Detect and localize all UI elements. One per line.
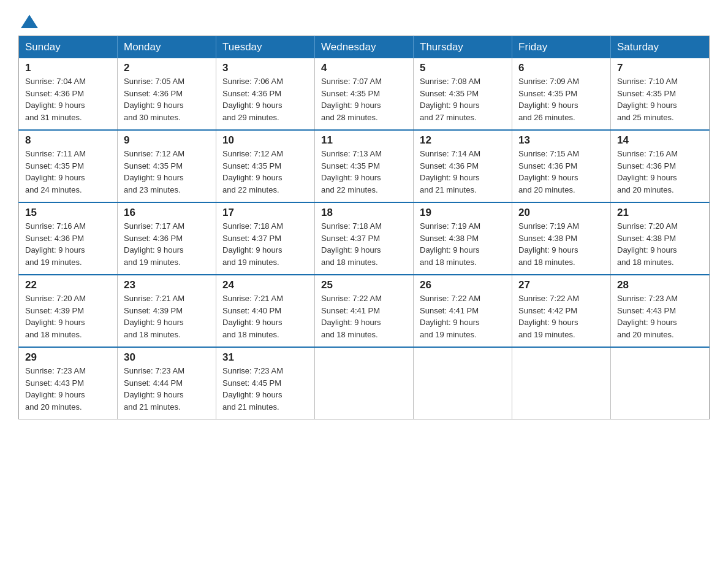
day-number: 10 [222, 134, 308, 147]
day-info: Sunrise: 7:12 AMSunset: 4:35 PMDaylight:… [222, 149, 283, 194]
calendar-cell: 2 Sunrise: 7:05 AMSunset: 4:36 PMDayligh… [118, 58, 216, 130]
day-number: 3 [222, 62, 308, 74]
day-number: 7 [617, 62, 703, 74]
day-info: Sunrise: 7:18 AMSunset: 4:37 PMDaylight:… [222, 221, 283, 267]
day-info: Sunrise: 7:20 AMSunset: 4:38 PMDaylight:… [617, 221, 678, 267]
day-info: Sunrise: 7:21 AMSunset: 4:39 PMDaylight:… [124, 294, 184, 339]
calendar-cell: 8 Sunrise: 7:11 AMSunset: 4:35 PMDayligh… [19, 130, 118, 202]
day-number: 25 [321, 279, 407, 291]
calendar-cell: 3 Sunrise: 7:06 AMSunset: 4:36 PMDayligh… [216, 58, 315, 130]
calendar-cell: 30 Sunrise: 7:23 AMSunset: 4:44 PMDaylig… [118, 347, 216, 419]
week-row-4: 22 Sunrise: 7:20 AMSunset: 4:39 PMDaylig… [19, 275, 710, 347]
day-number: 1 [25, 62, 111, 74]
weekday-header-friday: Friday [512, 36, 611, 59]
day-number: 5 [420, 62, 506, 74]
calendar-cell: 15 Sunrise: 7:16 AMSunset: 4:36 PMDaylig… [19, 202, 118, 275]
week-row-1: 1 Sunrise: 7:04 AMSunset: 4:36 PMDayligh… [19, 58, 710, 130]
calendar-cell: 20 Sunrise: 7:19 AMSunset: 4:38 PMDaylig… [512, 202, 611, 275]
day-number: 29 [25, 351, 111, 364]
day-info: Sunrise: 7:23 AMSunset: 4:44 PMDaylight:… [124, 366, 184, 412]
calendar-cell: 25 Sunrise: 7:22 AMSunset: 4:41 PMDaylig… [315, 275, 414, 347]
calendar-cell [315, 347, 414, 419]
weekday-header-saturday: Saturday [611, 36, 710, 59]
day-info: Sunrise: 7:23 AMSunset: 4:43 PMDaylight:… [617, 294, 678, 339]
day-number: 30 [124, 351, 210, 364]
calendar-cell: 26 Sunrise: 7:22 AMSunset: 4:41 PMDaylig… [414, 275, 512, 347]
calendar-cell [611, 347, 710, 419]
day-number: 31 [222, 351, 308, 364]
day-number: 26 [420, 279, 506, 291]
day-info: Sunrise: 7:05 AMSunset: 4:36 PMDaylight:… [124, 77, 184, 122]
calendar-cell: 10 Sunrise: 7:12 AMSunset: 4:35 PMDaylig… [216, 130, 315, 202]
calendar-cell: 24 Sunrise: 7:21 AMSunset: 4:40 PMDaylig… [216, 275, 315, 347]
day-info: Sunrise: 7:15 AMSunset: 4:36 PMDaylight:… [518, 149, 579, 194]
day-number: 22 [25, 279, 111, 291]
day-info: Sunrise: 7:22 AMSunset: 4:42 PMDaylight:… [518, 294, 579, 339]
week-row-2: 8 Sunrise: 7:11 AMSunset: 4:35 PMDayligh… [19, 130, 710, 202]
day-info: Sunrise: 7:14 AMSunset: 4:36 PMDaylight:… [420, 149, 480, 194]
day-info: Sunrise: 7:12 AMSunset: 4:35 PMDaylight:… [124, 149, 184, 194]
day-number: 13 [518, 134, 604, 147]
logo-triangle-icon [21, 15, 38, 28]
day-number: 21 [617, 207, 703, 219]
calendar-cell: 11 Sunrise: 7:13 AMSunset: 4:35 PMDaylig… [315, 130, 414, 202]
calendar-cell: 12 Sunrise: 7:14 AMSunset: 4:36 PMDaylig… [414, 130, 512, 202]
day-info: Sunrise: 7:09 AMSunset: 4:35 PMDaylight:… [518, 77, 579, 122]
calendar-cell: 27 Sunrise: 7:22 AMSunset: 4:42 PMDaylig… [512, 275, 611, 347]
day-number: 15 [25, 207, 111, 219]
day-info: Sunrise: 7:20 AMSunset: 4:39 PMDaylight:… [25, 294, 86, 339]
weekday-header-tuesday: Tuesday [216, 36, 315, 59]
day-info: Sunrise: 7:23 AMSunset: 4:43 PMDaylight:… [25, 366, 86, 412]
day-number: 20 [518, 207, 604, 219]
day-info: Sunrise: 7:18 AMSunset: 4:37 PMDaylight:… [321, 221, 382, 267]
day-info: Sunrise: 7:16 AMSunset: 4:36 PMDaylight:… [617, 149, 678, 194]
day-number: 9 [124, 134, 210, 147]
weekday-header-thursday: Thursday [414, 36, 512, 59]
page-header [18, 12, 710, 26]
day-info: Sunrise: 7:07 AMSunset: 4:35 PMDaylight:… [321, 77, 382, 122]
calendar-cell: 18 Sunrise: 7:18 AMSunset: 4:37 PMDaylig… [315, 202, 414, 275]
day-number: 28 [617, 279, 703, 291]
day-number: 24 [222, 279, 308, 291]
day-info: Sunrise: 7:11 AMSunset: 4:35 PMDaylight:… [25, 149, 86, 194]
week-row-3: 15 Sunrise: 7:16 AMSunset: 4:36 PMDaylig… [19, 202, 710, 275]
day-number: 12 [420, 134, 506, 147]
calendar-cell [512, 347, 611, 419]
day-number: 14 [617, 134, 703, 147]
calendar-cell: 6 Sunrise: 7:09 AMSunset: 4:35 PMDayligh… [512, 58, 611, 130]
day-number: 4 [321, 62, 407, 74]
calendar-cell: 14 Sunrise: 7:16 AMSunset: 4:36 PMDaylig… [611, 130, 710, 202]
day-info: Sunrise: 7:13 AMSunset: 4:35 PMDaylight:… [321, 149, 382, 194]
day-number: 27 [518, 279, 604, 291]
day-number: 19 [420, 207, 506, 219]
day-info: Sunrise: 7:19 AMSunset: 4:38 PMDaylight:… [420, 221, 480, 267]
day-info: Sunrise: 7:10 AMSunset: 4:35 PMDaylight:… [617, 77, 678, 122]
week-row-5: 29 Sunrise: 7:23 AMSunset: 4:43 PMDaylig… [19, 347, 710, 419]
day-info: Sunrise: 7:21 AMSunset: 4:40 PMDaylight:… [222, 294, 283, 339]
day-info: Sunrise: 7:16 AMSunset: 4:36 PMDaylight:… [25, 221, 86, 267]
day-number: 2 [124, 62, 210, 74]
weekday-header-monday: Monday [118, 36, 216, 59]
weekday-header-sunday: Sunday [19, 36, 118, 59]
weekday-header-wednesday: Wednesday [315, 36, 414, 59]
calendar-cell: 23 Sunrise: 7:21 AMSunset: 4:39 PMDaylig… [118, 275, 216, 347]
day-info: Sunrise: 7:19 AMSunset: 4:38 PMDaylight:… [518, 221, 579, 267]
calendar-cell: 5 Sunrise: 7:08 AMSunset: 4:35 PMDayligh… [414, 58, 512, 130]
calendar-cell: 1 Sunrise: 7:04 AMSunset: 4:36 PMDayligh… [19, 58, 118, 130]
calendar-cell: 9 Sunrise: 7:12 AMSunset: 4:35 PMDayligh… [118, 130, 216, 202]
day-info: Sunrise: 7:22 AMSunset: 4:41 PMDaylight:… [321, 294, 382, 339]
day-info: Sunrise: 7:08 AMSunset: 4:35 PMDaylight:… [420, 77, 480, 122]
weekday-header-row: SundayMondayTuesdayWednesdayThursdayFrid… [19, 36, 710, 59]
day-number: 18 [321, 207, 407, 219]
day-info: Sunrise: 7:22 AMSunset: 4:41 PMDaylight:… [420, 294, 480, 339]
calendar-cell: 4 Sunrise: 7:07 AMSunset: 4:35 PMDayligh… [315, 58, 414, 130]
day-info: Sunrise: 7:17 AMSunset: 4:36 PMDaylight:… [124, 221, 184, 267]
calendar-cell: 21 Sunrise: 7:20 AMSunset: 4:38 PMDaylig… [611, 202, 710, 275]
day-number: 23 [124, 279, 210, 291]
calendar-cell: 22 Sunrise: 7:20 AMSunset: 4:39 PMDaylig… [19, 275, 118, 347]
calendar-cell: 28 Sunrise: 7:23 AMSunset: 4:43 PMDaylig… [611, 275, 710, 347]
day-number: 11 [321, 134, 407, 147]
calendar-cell: 31 Sunrise: 7:23 AMSunset: 4:45 PMDaylig… [216, 347, 315, 419]
day-info: Sunrise: 7:04 AMSunset: 4:36 PMDaylight:… [25, 77, 86, 122]
day-number: 8 [25, 134, 111, 147]
